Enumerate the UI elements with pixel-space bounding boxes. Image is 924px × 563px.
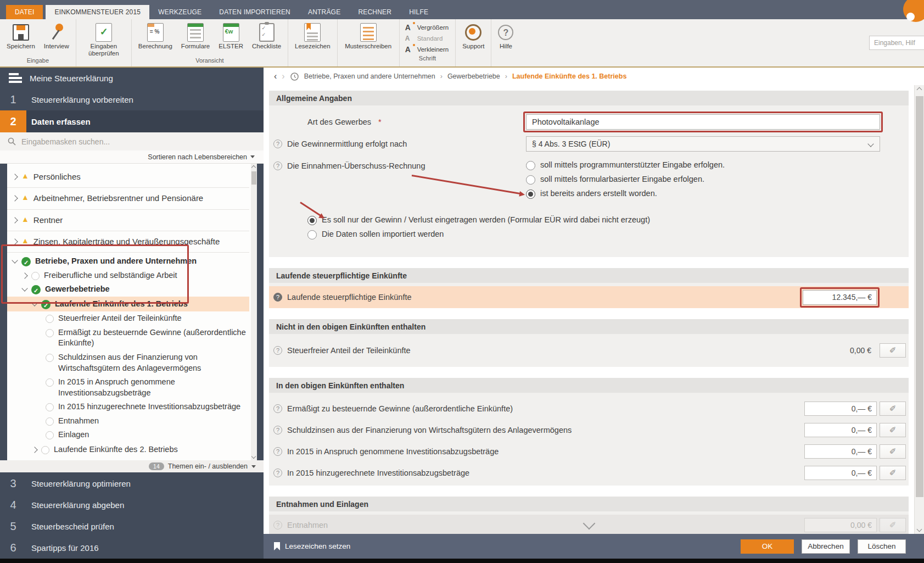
main-scrollbar[interactable]	[914, 85, 924, 534]
edit-pencil-button[interactable]	[880, 466, 906, 480]
money-input[interactable]	[804, 423, 877, 437]
breadcrumb-item-2[interactable]: Gewerbebetriebe	[447, 73, 500, 80]
edit-pencil-button[interactable]	[880, 444, 906, 459]
delete-button[interactable]: Löschen	[858, 539, 906, 554]
tree-item-persoenliches[interactable]: Persönliches	[7, 166, 249, 187]
radio-selected-icon[interactable]	[526, 189, 535, 199]
tree-item-schuldzinsen[interactable]: Schuldzinsen aus der Finanzierung von Wi…	[7, 350, 249, 375]
sidebar-step-3[interactable]: 3 Steuererklärung optimieren	[0, 473, 264, 494]
help-circle-icon[interactable]	[273, 426, 282, 434]
bookmarks-button[interactable]: Lesezeichen	[290, 21, 335, 51]
radio-option-programmunterstuetzt[interactable]: soll mittels programmunterstützter Einga…	[526, 160, 880, 170]
nav-back-icon[interactable]: ‹	[274, 72, 277, 81]
tree-item-freiberufliche[interactable]: Freiberufliche und selbständige Arbeit	[7, 269, 249, 283]
section-allgemeine-angaben: Allgemeine Angaben Art des Gewerbes *	[269, 91, 909, 257]
money-input[interactable]	[804, 402, 877, 416]
tree-item-gewerbebetriebe[interactable]: Gewerbebetriebe	[7, 282, 249, 297]
radio-option-daten-importieren[interactable]: Die Daten sollen importiert werden	[307, 230, 909, 239]
check-inputs-button[interactable]: Eingaben überprüfen	[79, 21, 129, 58]
themes-toggle-label: Themen ein- / ausblenden	[168, 462, 248, 470]
tab-einkommensteuer-2015[interactable]: EINKOMMENSTEUER 2015	[46, 5, 149, 19]
sort-by-menu[interactable]: Sortieren nach Lebensbereichen	[0, 150, 264, 164]
radio-icon[interactable]	[526, 161, 535, 170]
breadcrumb-item-1[interactable]: Betriebe, Praxen und andere Unternehmen	[304, 73, 435, 80]
help-button[interactable]: ? Hilfe	[494, 21, 518, 51]
help-circle-icon[interactable]	[273, 469, 282, 477]
ok-button[interactable]: OK	[741, 539, 794, 554]
history-clock-icon[interactable]	[290, 72, 299, 81]
help-circle-icon[interactable]	[273, 161, 282, 170]
support-button[interactable]: Support	[458, 21, 489, 51]
set-bookmark-button[interactable]: Lesezeichen setzen	[285, 542, 350, 550]
euer-label: Die Einnahmen-Überschuss-Rechnung	[287, 161, 425, 170]
tree-item-laufende-einkuenfte-1[interactable]: Laufende Einkünfte des 1. Betriebs	[7, 297, 249, 312]
themes-toggle[interactable]: 14 Themen ein- / ausblenden	[0, 460, 264, 472]
help-circle-icon[interactable]	[273, 346, 282, 355]
sidebar-item-meine-steuererklaerung[interactable]: Meine Steuererklärung	[0, 68, 264, 88]
tree-item-steuerfreier-anteil[interactable]: Steuerfreier Anteil der Teileinkünfte	[7, 311, 249, 326]
tree-item-anspruch-investitionen[interactable]: In 2015 in Anspruch genommene Investitio…	[7, 375, 249, 400]
step-4-label: Steuererklärung abgeben	[26, 500, 124, 510]
tab-antraege[interactable]: ANTRÄGE	[299, 5, 349, 19]
tree-scrollbar[interactable]	[251, 164, 257, 460]
sidebar-step-5[interactable]: 5 Steuerbescheid prüfen	[0, 516, 264, 537]
tab-rechner[interactable]: RECHNER	[349, 5, 400, 19]
radio-icon[interactable]	[307, 230, 317, 239]
edit-pencil-button[interactable]	[880, 343, 906, 358]
font-shrink-button[interactable]: A Verkleinern	[405, 44, 449, 55]
scroll-up-icon[interactable]	[917, 87, 922, 93]
nav-forward-icon[interactable]: ›	[282, 72, 284, 81]
gewinnermittlung-select[interactable]: § 4 Abs. 3 EStG (EÜR)	[526, 136, 880, 152]
tree-item-entnahmen[interactable]: Entnahmen	[7, 414, 249, 428]
edit-pencil-button[interactable]	[880, 402, 906, 416]
tab-werkzeuge[interactable]: WERKZEUGE	[149, 5, 210, 19]
radio-option-formularbasiert[interactable]: soll mittels formularbasierter Eingabe e…	[526, 175, 880, 185]
sidebar-step-2-active[interactable]: 2 Daten erfassen	[0, 110, 264, 132]
laufende-einkuenfte-input[interactable]	[803, 290, 877, 305]
radio-option-nur-gewinn-verlust[interactable]: Es soll nur der Gewinn / Verlust eingetr…	[307, 215, 909, 225]
tree-item-zinsen[interactable]: Zinsen, Kapitalerträge und Veräußerungsg…	[7, 231, 249, 252]
radio-option-bereits-erstellt[interactable]: ist bereits anders erstellt worden.	[526, 189, 880, 199]
template-letters-button[interactable]: Musterschreiben	[340, 21, 397, 51]
checklist-button[interactable]: Checkliste	[248, 21, 285, 51]
main-scrollbar-thumb[interactable]	[916, 96, 923, 497]
tree-item-arbeitnehmer[interactable]: Arbeitnehmer, Betriebsrentner und Pensio…	[7, 187, 249, 209]
scroll-down-icon[interactable]	[917, 527, 922, 532]
art-des-gewerbes-input[interactable]	[526, 114, 880, 130]
edit-pencil-button[interactable]	[880, 423, 906, 437]
radio-selected-icon[interactable]	[307, 216, 317, 225]
tree-scrollbar-thumb[interactable]	[251, 171, 256, 185]
sidebar-step-6[interactable]: 6 Spartipps für 2016	[0, 537, 264, 559]
font-standard-button[interactable]: A Standard	[405, 33, 449, 44]
font-enlarge-button[interactable]: A Vergrößern	[405, 22, 449, 33]
tree-item-einlagen[interactable]: Einlagen	[7, 428, 249, 442]
search-input[interactable]	[21, 137, 203, 146]
interview-button[interactable]: Interview	[40, 21, 74, 51]
help-circle-filled-icon[interactable]	[273, 293, 282, 302]
expand-section-chevron-icon[interactable]	[583, 517, 595, 530]
forms-button[interactable]: Formulare	[177, 21, 214, 51]
save-button[interactable]: Speichern	[2, 21, 40, 51]
tree-item-rentner[interactable]: Rentner	[7, 209, 249, 231]
cancel-button[interactable]: Abbrechen	[802, 539, 850, 554]
sidebar-step-1[interactable]: 1 Steuererklärung vorbereiten	[0, 88, 264, 110]
tree-item-betriebe[interactable]: Betriebe, Praxen und andere Unternehmen	[7, 252, 249, 269]
sidebar-step-4[interactable]: 4 Steuererklärung abgeben	[0, 494, 264, 516]
calculation-button[interactable]: Berechnung	[134, 21, 177, 51]
elster-button[interactable]: ELSTER	[214, 21, 248, 51]
money-input[interactable]	[804, 444, 877, 459]
tree-item-ermaessigt[interactable]: Ermäßigt zu besteuernde Gewinne (außeror…	[7, 326, 249, 350]
scroll-down-icon[interactable]	[251, 454, 256, 459]
tab-hilfe[interactable]: HILFE	[400, 5, 437, 19]
help-circle-icon[interactable]	[273, 447, 282, 456]
help-circle-icon[interactable]	[273, 404, 282, 413]
tab-datei[interactable]: DATEI	[6, 5, 43, 19]
tree-item-hinzugerechnete-investitionen[interactable]: In 2015 hinzugerechnete Investitionsabzu…	[7, 400, 249, 414]
help-circle-icon[interactable]	[273, 140, 282, 148]
money-input[interactable]	[804, 466, 877, 480]
global-search-input[interactable]	[869, 36, 924, 50]
scroll-up-icon[interactable]	[251, 165, 256, 170]
radio-icon[interactable]	[526, 175, 535, 185]
tab-daten-importieren[interactable]: DATEN IMPORTIEREN	[210, 5, 299, 19]
tree-item-laufende-einkuenfte-2[interactable]: Laufende Einkünfte des 2. Betriebs	[7, 442, 249, 458]
